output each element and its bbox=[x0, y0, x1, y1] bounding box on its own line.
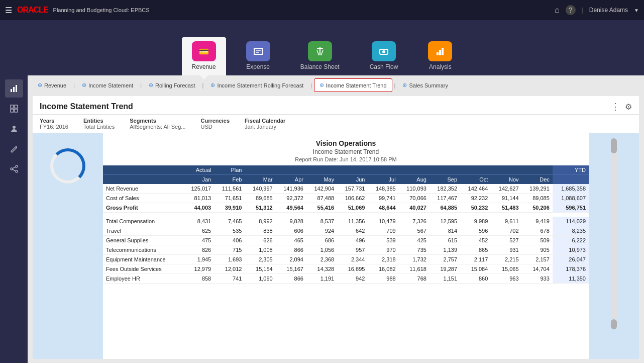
svg-rect-23 bbox=[11, 109, 14, 112]
scrollbar-bottom[interactable] bbox=[611, 319, 617, 329]
nav-item-expense[interactable]: Expense bbox=[236, 37, 280, 75]
row-cell-8-3: 2,094 bbox=[276, 254, 306, 264]
row-cell-2-6: 48,644 bbox=[368, 203, 398, 213]
row-cell-1-0: 81,013 bbox=[183, 194, 214, 203]
hamburger-icon[interactable]: ☰ bbox=[5, 6, 12, 15]
row-cell-7-1: 715 bbox=[214, 245, 245, 254]
tab-income-statement-icon: ⊛ bbox=[82, 82, 86, 88]
user-dropdown-icon[interactable]: ▼ bbox=[634, 8, 639, 13]
row-label-8: Equipment Maintenance bbox=[103, 254, 183, 264]
tab-sep-4: | bbox=[309, 82, 313, 88]
filter-entities-value[interactable]: Total Entities bbox=[83, 124, 115, 130]
row-cell-6-5: 496 bbox=[337, 235, 368, 245]
filter-years: Years FY16: 2016 bbox=[40, 118, 68, 130]
scrollbar-thumb[interactable] bbox=[611, 138, 617, 153]
row-cell-9-5: 16,895 bbox=[337, 264, 368, 274]
row-cell-7-8: 1,139 bbox=[430, 245, 460, 254]
row-cell-4-0: 8,431 bbox=[183, 217, 214, 226]
col-jan: Jan bbox=[183, 175, 214, 185]
sidebar-item-grid[interactable] bbox=[5, 100, 23, 118]
filter-segments-value[interactable]: AllSegments: All Seg... bbox=[130, 124, 185, 130]
user-name[interactable]: Denise Adams bbox=[589, 7, 628, 14]
row-cell-4-7: 7,326 bbox=[399, 217, 430, 226]
row-label-0: Net Revenue bbox=[103, 184, 183, 194]
row-cell-5-8: 814 bbox=[430, 226, 460, 235]
row-cell-5-11: 678 bbox=[522, 226, 553, 235]
tab-rolling-forecast[interactable]: ⊛ Rolling Forecast bbox=[144, 79, 200, 92]
more-options-icon[interactable]: ⋮ bbox=[611, 101, 620, 112]
row-label-6: General Supplies bbox=[103, 235, 183, 245]
filter-years-value[interactable]: FY16: 2016 bbox=[40, 124, 68, 130]
row-cell-1-6: 99,741 bbox=[368, 194, 398, 203]
inner-content: Income Statement Trend ⋮ ⚙ Years FY16: 2… bbox=[33, 96, 639, 359]
table-row: Fees Outside Services12,97912,01215,1541… bbox=[103, 264, 589, 274]
svg-line-29 bbox=[13, 167, 16, 168]
row-cell-10-10: 963 bbox=[491, 274, 521, 283]
home-icon[interactable]: ⌂ bbox=[555, 6, 560, 15]
row-cell-10-1: 741 bbox=[214, 274, 245, 283]
tab-bar: ⊛ Revenue | ⊛ Income Statement | ⊛ Rolli… bbox=[28, 75, 644, 92]
row-cell-1-4: 87,488 bbox=[306, 194, 337, 203]
svg-line-30 bbox=[13, 169, 16, 171]
row-cell-8-10: 2,215 bbox=[491, 254, 521, 264]
row-cell-5-7: 567 bbox=[399, 226, 430, 235]
row-cell-2-1: 39,910 bbox=[214, 203, 245, 213]
nav-item-cash-flow[interactable]: Cash Flow bbox=[360, 37, 408, 75]
row-cell-6-12: 6,222 bbox=[553, 235, 589, 245]
row-cell-6-4: 686 bbox=[306, 235, 337, 245]
row-cell-0-2: 140,997 bbox=[245, 184, 275, 194]
top-bar-right: ⌂ ? | Denise Adams ▼ bbox=[555, 5, 639, 15]
report-date: Report Run Date: Jun 14, 2017 10:58 PM bbox=[108, 156, 584, 162]
sidebar-item-pencil[interactable] bbox=[5, 140, 23, 158]
row-cell-5-12: 8,235 bbox=[553, 226, 589, 235]
filter-fiscal-calendar-value[interactable]: Jan: January bbox=[245, 124, 276, 130]
col-header-jun-h bbox=[337, 165, 368, 175]
row-label-9: Fees Outside Services bbox=[103, 264, 183, 274]
col-header-apr-h bbox=[276, 165, 306, 175]
col-dec: Dec bbox=[522, 175, 553, 185]
row-cell-2-11: 50,206 bbox=[522, 203, 553, 213]
svg-point-13 bbox=[382, 50, 385, 53]
tab-revenue[interactable]: ⊛ Revenue bbox=[33, 79, 71, 92]
help-icon[interactable]: ? bbox=[566, 5, 576, 15]
row-cell-0-10: 142,627 bbox=[491, 184, 521, 194]
filter-fiscal-calendar: Fiscal Calendar Jan: January bbox=[245, 118, 285, 130]
sidebar-item-people[interactable] bbox=[5, 120, 23, 138]
nav-item-analysis[interactable]: Analysis bbox=[418, 37, 462, 75]
tab-income-rolling[interactable]: ⊛ Income Statement Rolling Forecast bbox=[205, 79, 308, 92]
tab-income-statement[interactable]: ⊛ Income Statement bbox=[77, 79, 138, 92]
row-cell-8-12: 26,047 bbox=[553, 254, 589, 264]
row-cell-5-0: 625 bbox=[183, 226, 214, 235]
col-header-oct-h bbox=[460, 165, 491, 175]
tab-revenue-label: Revenue bbox=[44, 82, 66, 88]
table-row: Travel6255358386069246427095678145967026… bbox=[103, 226, 589, 235]
filter-currencies-value[interactable]: USD bbox=[201, 124, 212, 130]
tab-rolling-forecast-icon: ⊛ bbox=[149, 82, 153, 88]
row-cell-1-10: 91,144 bbox=[491, 194, 521, 203]
filter-segments: Segments AllSegments: All Seg... bbox=[130, 118, 185, 130]
col-header-ytd: YTD bbox=[553, 165, 589, 175]
page-title: Income Statement Trend bbox=[40, 102, 133, 111]
svg-rect-22 bbox=[15, 105, 18, 108]
scrollbar-track[interactable] bbox=[611, 153, 617, 319]
row-cell-2-3: 49,564 bbox=[276, 203, 306, 213]
sidebar-item-bar-chart[interactable] bbox=[5, 79, 23, 98]
col-header-plan: Plan bbox=[214, 165, 245, 175]
table-row: Employee HR8587411,0908661,1919429887681… bbox=[103, 274, 589, 283]
nav-item-revenue[interactable]: 💳 Revenue bbox=[182, 37, 226, 75]
row-cell-8-7: 1,732 bbox=[399, 254, 430, 264]
tab-sales-summary[interactable]: ⊛ Sales Summary bbox=[397, 79, 453, 92]
row-label-10: Employee HR bbox=[103, 274, 183, 283]
row-cell-4-2: 8,992 bbox=[245, 217, 275, 226]
sidebar-item-share[interactable] bbox=[5, 160, 23, 178]
settings-icon[interactable]: ⚙ bbox=[625, 102, 632, 112]
row-cell-7-2: 1,008 bbox=[245, 245, 275, 254]
svg-point-28 bbox=[16, 170, 18, 172]
tab-income-trend[interactable]: ⊛ Income Statement Trend bbox=[314, 78, 392, 92]
table-header-row-2: Jan Feb Mar Apr May Jun Jul Aug Sep Oct bbox=[103, 175, 589, 185]
row-cell-9-1: 12,012 bbox=[214, 264, 245, 274]
row-label-2: Gross Profit bbox=[103, 203, 183, 213]
row-cell-1-8: 117,467 bbox=[430, 194, 460, 203]
row-cell-1-9: 92,232 bbox=[460, 194, 491, 203]
nav-item-balance-sheet[interactable]: Balance Sheet bbox=[290, 37, 350, 75]
